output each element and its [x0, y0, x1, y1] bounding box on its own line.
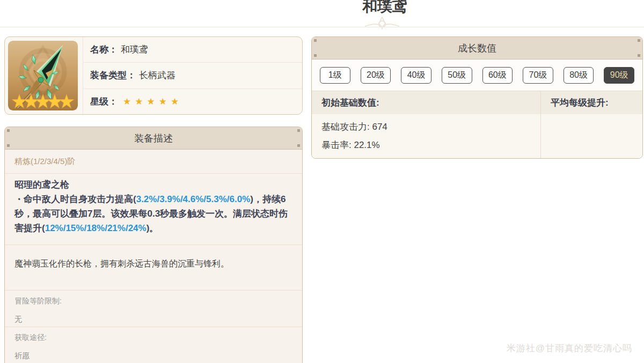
name-row: 名称： 和璞鸢: [83, 37, 302, 62]
star-rating-icons: ★★★★★: [123, 96, 182, 107]
adventure-rank-value: 无: [14, 315, 292, 324]
corner-ornament: [638, 39, 640, 42]
star-row: 星级： ★★★★★: [83, 88, 302, 114]
source-value: 祈愿: [14, 351, 292, 361]
effect-atk-values: 3.2%/3.9%/4.6%/5.3%/6.0%: [136, 194, 251, 204]
passive-name: 昭理的鸢之枪: [14, 177, 292, 192]
corner-ornament: [314, 54, 317, 57]
level-tab-1[interactable]: 1级: [320, 67, 350, 84]
growth-card-header: 成长数值: [312, 37, 642, 60]
stats-table-body: 基础攻击力: 674 暴击率: 22.1%: [312, 114, 642, 158]
weapon-info-card: 名称： 和璞鸢 装备类型： 长柄武器 星级： ★★★★★: [4, 36, 303, 115]
level-tab-90[interactable]: 90级: [604, 67, 634, 84]
refine-rank-text: 精炼(1/2/3/4/5)阶: [14, 157, 75, 167]
level-tab-60[interactable]: 60级: [482, 67, 513, 84]
corner-ornament: [297, 144, 300, 147]
adventure-rank-label: 冒险等阶限制:: [14, 297, 292, 306]
effect-text-part: )。: [147, 223, 159, 233]
passive-effect-text: ・命中敌人时自身攻击力提高(3.2%/3.9%/4.6%/5.3%/6.0%)，…: [14, 192, 292, 235]
source-section: 获取途径: 祈愿: [5, 327, 302, 363]
effect-dmg-values: 12%/15%/18%/21%/24%: [45, 223, 147, 233]
corner-ornament: [7, 144, 10, 147]
adventure-rank-section: 冒险等阶限制: 无: [5, 290, 302, 327]
type-value: 长柄武器: [139, 69, 175, 82]
jade-spear-art-icon: [8, 41, 78, 110]
name-label: 名称：: [90, 43, 118, 56]
divider-line: [0, 27, 644, 27]
divider-emblem-icon: [362, 16, 402, 30]
base-atk-value: 基础攻击力: 674: [321, 118, 540, 136]
passive-effect-section: 昭理的鸢之枪 ・命中敌人时自身攻击力提高(3.2%/3.9%/4.6%/5.3%…: [5, 173, 302, 245]
level-tab-70[interactable]: 70级: [523, 67, 553, 84]
growth-card-title: 成长数值: [458, 42, 496, 55]
stats-table-header: 初始基础数值: 平均每级提升:: [312, 91, 642, 114]
level-tab-40[interactable]: 40级: [401, 67, 431, 84]
avg-increase-values: [540, 114, 642, 158]
corner-ornament: [297, 129, 300, 132]
name-value: 和璞鸢: [121, 43, 148, 56]
base-stats-values: 基础攻击力: 674 暴击率: 22.1%: [312, 114, 540, 158]
level-tab-50[interactable]: 50级: [442, 67, 472, 84]
flavor-text: 魔神翡玉化作的长枪，拥有刺杀远古海兽的沉重与锋利。: [14, 259, 229, 268]
page-title: 和璞鸢: [362, 0, 407, 17]
weapon-info-rows: 名称： 和璞鸢 装备类型： 长柄武器 星级： ★★★★★: [83, 37, 302, 114]
level-tab-20[interactable]: 20级: [361, 67, 391, 84]
effect-text-part: ・命中敌人时自身攻击力提高(: [14, 194, 136, 204]
avg-increase-header: 平均每级提升:: [540, 91, 642, 114]
flavor-text-section: 魔神翡玉化作的长枪，拥有刺杀远古海兽的沉重与锋利。: [5, 245, 302, 290]
source-label: 获取途径:: [14, 333, 292, 343]
type-row: 装备类型： 长柄武器: [83, 62, 302, 88]
growth-stats-card: 成长数值 1级 20级 40级 50级 60级 70级 80级 90级 初始基础…: [311, 36, 643, 159]
type-label: 装备类型：: [90, 69, 136, 82]
refine-rank-row: 精炼(1/2/3/4/5)阶: [5, 150, 302, 173]
level-tabs: 1级 20级 40级 50级 60级 70级 80级 90级: [312, 60, 642, 91]
level-tab-80[interactable]: 80级: [564, 67, 594, 84]
desc-card-title: 装备描述: [134, 132, 173, 145]
watermark: 米游社@甘雨真的爱吃清心吗: [507, 342, 632, 354]
corner-ornament: [638, 54, 640, 57]
equipment-description-card: 装备描述 精炼(1/2/3/4/5)阶 昭理的鸢之枪 ・命中敌人时自身攻击力提高…: [4, 127, 303, 363]
star-label: 星级：: [90, 95, 118, 108]
weapon-image: [8, 41, 78, 110]
base-stats-header: 初始基础数值:: [312, 91, 540, 114]
desc-card-header: 装备描述: [5, 127, 302, 150]
crit-rate-value: 暴击率: 22.1%: [321, 136, 540, 154]
corner-ornament: [314, 39, 317, 42]
corner-ornament: [7, 129, 10, 132]
